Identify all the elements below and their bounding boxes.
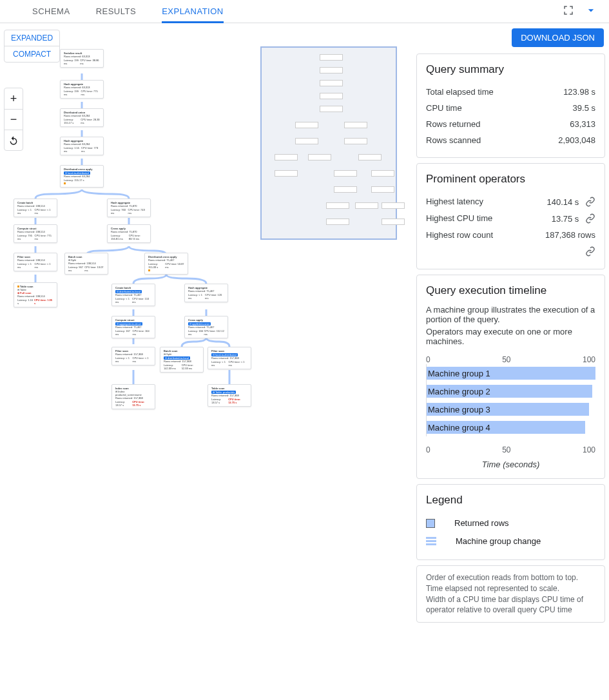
plan-node[interactable]: Cross apply Rows returned: 75,870 Latenc…	[107, 224, 151, 243]
link-icon[interactable]	[585, 213, 595, 224]
timeline-bar-1[interactable]: Machine group 1	[427, 369, 490, 378]
plan-node[interactable]: Hash aggregate Rows returned: 63,313 Lat…	[60, 80, 104, 99]
plan-node[interactable]: Table scan ⊟ Table ⊕ Full scan Rows retu…	[14, 282, 57, 307]
sidebar-right: DOWNLOAD JSON Query summary Total elapse…	[412, 23, 609, 700]
tab-explanation[interactable]: EXPLANATION	[162, 0, 224, 23]
view-expanded-button[interactable]: EXPANDED	[5, 30, 59, 46]
timeline-desc: Operators may execute on one or more mac…	[426, 327, 595, 346]
query-summary-title: Query summary	[426, 63, 595, 76]
prominent-operators-card: Prominent operators Highest latency 140.…	[416, 163, 605, 269]
plan-node[interactable]: Hash aggregate Rows returned: 75,870 Lat…	[107, 199, 151, 217]
plan-node[interactable]: Distributed cross apply ⊡ local-to-distr…	[60, 165, 104, 188]
plan-node[interactable]: Serialize result Rows returned: 63,313 L…	[60, 49, 104, 68]
plan-node[interactable]: Filter scan Rows returned: 138,514 Laten…	[14, 253, 57, 271]
timeline-bars: Machine group 1 Machine group 2 Machine …	[426, 364, 595, 436]
plan-node[interactable]: Hash aggregate Rows returned: 63,284 Lat…	[60, 137, 104, 155]
plan-node[interactable]: Distributed union Rows returned: 63,284 …	[60, 108, 104, 127]
legend-row: Machine group change	[426, 532, 595, 550]
plan-node[interactable]: Filter scan ⊡ local-to-distributed Rows …	[208, 347, 251, 369]
plan-node[interactable]: Table scan ⊟ Table: productids Rows retu…	[208, 384, 251, 407]
legend-row: Returned rows	[426, 514, 595, 532]
plan-node[interactable]: Hash aggregate Rows returned: 75,467 Lat…	[184, 284, 228, 302]
plan-node[interactable]: Batch scan ⊟ Split ⊡ distributed-to-loca…	[160, 347, 204, 373]
view-mode-toggle: EXPANDED COMPACT	[4, 30, 60, 63]
legend-swatch-lines	[426, 536, 436, 547]
timeline-axis-bottom: 050100	[426, 445, 595, 454]
plan-node[interactable]: Batch scan ⊟ Split Rows returned: 138,51…	[64, 253, 108, 275]
timeline-bar-3[interactable]: Machine group 3	[427, 405, 490, 414]
plan-node[interactable]: Create batch ⊡ distributed-to-local Rows…	[111, 284, 155, 306]
link-icon[interactable]	[585, 197, 595, 207]
plan-node[interactable]: Distributed cross apply Rows returned: 7…	[144, 253, 188, 275]
minimap[interactable]	[260, 46, 397, 240]
zoom-out-button[interactable]: −	[5, 109, 23, 130]
timeline-desc: A machine group illustrates the executio…	[426, 305, 595, 324]
plan-node[interactable]: Compute struct ⊡ aggregate-to-struct Row…	[111, 316, 155, 338]
notes-card: Order of execution reads from bottom to …	[416, 565, 605, 623]
timeline-xlabel: Time (seconds)	[426, 454, 595, 469]
tab-results[interactable]: RESULTS	[96, 0, 137, 23]
legend-card: Legend Returned rows Machine group chang…	[416, 484, 605, 560]
view-compact-button[interactable]: COMPACT	[5, 46, 59, 62]
fullscreen-icon[interactable]	[563, 5, 574, 18]
zoom-in-button[interactable]: +	[5, 88, 23, 109]
legend-title: Legend	[426, 494, 595, 507]
timeline-axis-top: 050100	[426, 355, 595, 364]
timeline-card: Query execution timeline A machine group…	[416, 275, 605, 479]
plan-node[interactable]: Index scan ⊟ Index: productid_screenname…	[111, 384, 155, 409]
query-summary-card: Query summary Total elapsed time123.98 s…	[416, 53, 605, 158]
zoom-reset-button[interactable]	[5, 130, 23, 150]
legend-swatch-block	[426, 519, 435, 528]
query-plan-canvas-area: EXPANDED COMPACT + −	[0, 23, 412, 700]
tab-schema[interactable]: SCHEMA	[32, 0, 70, 23]
zoom-controls: + −	[4, 88, 23, 151]
chevron-down-icon[interactable]	[585, 4, 597, 19]
tab-bar: SCHEMA RESULTS EXPLANATION	[0, 0, 609, 23]
plan-node[interactable]: Create batch Rows returned: 138,514 Late…	[14, 199, 57, 217]
download-json-button[interactable]: DOWNLOAD JSON	[512, 28, 604, 47]
plan-node[interactable]: Cross apply ⊡ applied-to-scan Rows retur…	[184, 316, 228, 338]
timeline-bar-2[interactable]: Machine group 2	[427, 387, 490, 396]
plan-node[interactable]: Compute struct Rows returned: 138,514 La…	[14, 224, 57, 243]
timeline-title: Query execution timeline	[426, 284, 595, 297]
timeline-bar-4[interactable]: Machine group 4	[427, 423, 490, 433]
plan-node[interactable]: Filter scan Rows returned: 157,368 Laten…	[111, 347, 155, 365]
link-icon[interactable]	[585, 246, 595, 257]
prominent-operators-title: Prominent operators	[426, 173, 595, 186]
